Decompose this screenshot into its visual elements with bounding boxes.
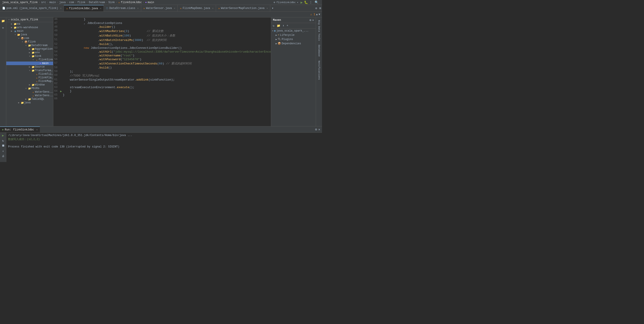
run-config-label[interactable]: flinkSinkJdbc [276, 1, 296, 4]
maven-tree-dependencies[interactable]: ▶ 📦 Dependencies [271, 41, 316, 46]
tab-datastream-label: DataStream.class [109, 7, 135, 10]
maven-settings-btn[interactable]: ⚙ [310, 18, 311, 22]
tree-transformation[interactable]: ▾ 📁 Transformatio... [6, 69, 53, 72]
bottom-settings-btn[interactable]: ⚙ [315, 128, 317, 131]
tree-main-method[interactable]: ● main [6, 62, 53, 65]
pojos-label: POJOs [31, 87, 40, 90]
tabs-more-button[interactable]: ▾ [270, 6, 275, 10]
tree-pojos[interactable]: ▾ 📁 POJOs [6, 87, 53, 90]
tab-pom-close[interactable]: ✕ [60, 7, 62, 10]
maven-refresh-btn[interactable]: ↻ [272, 24, 275, 28]
tree-ea[interactable]: ▶ 📁 ea [6, 22, 53, 26]
console-print-btn[interactable]: 🖨 [2, 155, 4, 158]
tree-tablesql[interactable]: ▶ 📁 TableSQL [6, 97, 53, 101]
tree-aggregation[interactable]: ▶ 📁 Aggregation [6, 47, 53, 51]
console-rerun-btn[interactable]: ↻ [2, 139, 4, 143]
breadcrumb-java[interactable]: java [59, 1, 66, 4]
tree-flinkfilte[interactable]: ☕ FlinkFilte... [6, 72, 53, 76]
breadcrumb-main-method[interactable]: main [148, 1, 154, 4]
editor-toolbar: ⚠ 1 ▲ ▼ [0, 12, 322, 17]
line-content-47: , JdbcExecutionOptions [62, 21, 271, 25]
tree-source[interactable]: ▶ 📁 Source [6, 65, 53, 69]
console-run-btn[interactable]: ▶ [2, 134, 4, 137]
tab-flinksinkjdbc-close[interactable]: ✕ [100, 7, 101, 10]
maven-lifecycle-arrow: ▶ [276, 34, 277, 36]
code-line-48: 48 .builder() [53, 25, 271, 29]
tab-pom[interactable]: 📄 pom.xml (java_scala_spark_flink) ✕ [0, 5, 64, 11]
tree-datastream[interactable]: ▾ 📁 DataStream [6, 44, 53, 47]
gutter-52 [60, 42, 62, 46]
warning-nav-up[interactable]: ▲ [316, 13, 318, 16]
breadcrumb-flinksinkjdbc[interactable]: flinkSinkJdbc [121, 1, 142, 4]
tab-watersensor[interactable]: ☕ WaterSensor.java ✕ [141, 5, 178, 11]
tree-com[interactable]: ▾ 📦 com [6, 36, 53, 40]
tab-watersensormapfunction-close[interactable]: ✕ [266, 7, 268, 10]
debug-button[interactable]: 🐛 [304, 0, 308, 4]
breadcrumb-src[interactable]: src [41, 1, 46, 4]
tree-window[interactable]: ▶ 📁 Window [6, 83, 53, 87]
tree-project-header[interactable]: ▾ scala_spark_flink [6, 17, 53, 22]
ea-label: ea [17, 22, 20, 25]
breadcrumb-datastream[interactable]: DataStream [89, 1, 105, 4]
maven-header: Maven ⚙ ✕ [271, 17, 316, 23]
breadcrumb-main[interactable]: main [49, 1, 56, 4]
database-label[interactable]: Database [317, 43, 321, 58]
breadcrumb-flink[interactable]: flink [77, 1, 85, 4]
maven-close-btn[interactable]: ✕ [312, 18, 314, 22]
structure-icon[interactable]: ≡ [2, 25, 4, 31]
tree-watersens2[interactable]: ☕ WaterSens... [6, 94, 53, 97]
project-icon[interactable]: 📁 [1, 18, 6, 24]
console-scroll-down-btn[interactable]: ⬇ [2, 150, 4, 153]
tab-watersensor-close[interactable]: ✕ [174, 7, 175, 10]
maven-download-btn[interactable]: ⬇ [282, 24, 285, 28]
run-tab-close[interactable]: ✕ [36, 128, 38, 131]
code-line-54: 54 .withUrl("jdbc:mysql://localhost:3306… [53, 50, 271, 54]
tree-flinksink-class[interactable]: ▾ ☕ flinkSink [6, 58, 53, 62]
maven-folder-btn[interactable]: 📁 [276, 24, 281, 28]
tab-datastream[interactable]: ⬡ DataStream.class ✕ [104, 5, 141, 11]
tree-java2[interactable]: ▶ 📁 java [6, 101, 53, 105]
tree-env[interactable]: ▶ 📁 env [6, 51, 53, 54]
maven-tree-lifecycle[interactable]: ▶ ⚡ Lifecycle [271, 33, 316, 37]
maven-tree-plugins[interactable]: ▶ 🔌 Plugins [271, 37, 316, 41]
breadcrumb-sink[interactable]: Sink [108, 1, 115, 4]
big-data-tools-label[interactable]: Big Data Tools [317, 18, 321, 42]
tree-flinkmap[interactable]: ☕ FlinkMap... [6, 79, 53, 83]
warning-nav-down[interactable]: ▼ [319, 13, 320, 16]
code-editor[interactable]: 46 } 47 , JdbcExecutionOptions 48 .build… [53, 17, 271, 126]
tree-main-module[interactable]: ▶ ▣ main [6, 29, 53, 33]
tabs-options-button[interactable]: ⚙ [314, 6, 318, 10]
gutter-65 [60, 93, 62, 97]
tabs-split-button[interactable]: ⊞ [318, 6, 322, 10]
tab-flinkmapdemo-close[interactable]: ✕ [212, 7, 214, 10]
run-tab[interactable]: ▶ Run: flinkSinkJdbc ✕ [0, 126, 40, 133]
more-run-options[interactable]: ⋮ [309, 0, 312, 4]
maven-add-btn[interactable]: + [286, 24, 289, 28]
line-num-60: 60 [53, 73, 60, 78]
run-button[interactable]: ▶ [300, 0, 303, 5]
tab-watersensor-label: WaterSensor.java [146, 7, 172, 10]
sep1: › [38, 1, 40, 4]
tab-flinksinkjdbc[interactable]: ☕ flinkSinkJdbc.java ✕ [64, 5, 104, 11]
notifications-label[interactable]: Notifications [317, 59, 321, 82]
console-stop-btn[interactable]: ⏹ [2, 144, 5, 148]
maven-tree-root[interactable]: ▾ ▣ java_scala_spark_... [271, 29, 316, 33]
pojos-icon: 📁 [28, 87, 31, 90]
tab-datastream-close[interactable]: ✕ [137, 7, 139, 10]
tree-java[interactable]: ▾ 📂 java [6, 33, 53, 36]
tree-ark-warehouse[interactable]: ▶ 📁 ark-warehouse [6, 26, 53, 29]
tree-sink[interactable]: ▾ 📁 Sink [6, 54, 53, 58]
tree-watersens1[interactable]: ☕ WaterSens... [6, 90, 53, 94]
tree-flinkflat[interactable]: ☕ FlinkFlat... [6, 76, 53, 79]
line-content-65: } [62, 93, 271, 97]
tab-flinkmapdemo[interactable]: ☕ FlinkMapDemo.java ✕ [178, 5, 216, 11]
bottom-close-btn[interactable]: ✕ [318, 128, 320, 131]
breadcrumb-com[interactable]: com [69, 1, 74, 4]
maven-root-arrow: ▾ [272, 29, 274, 32]
search-button[interactable]: 🔍 [314, 0, 318, 4]
line-num-51: 51 [53, 38, 60, 42]
tree-flink[interactable]: ▾ 📦 flink [6, 40, 53, 44]
tab-watersensormapfunction[interactable]: ☕ WaterSensorMapFunction.java ✕ [216, 5, 270, 11]
breadcrumb-project[interactable]: java_scala_spark_flink [2, 1, 38, 4]
run-config-dropdown-icon[interactable]: ▾ [297, 1, 298, 4]
